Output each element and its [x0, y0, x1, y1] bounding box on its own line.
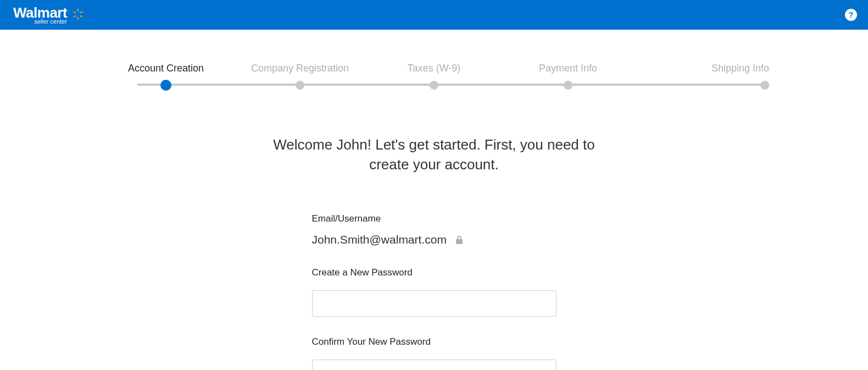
walmart-spark-icon [70, 7, 86, 22]
confirm-password-group: Confirm Your New Password [312, 336, 557, 370]
email-label: Email/Username [312, 213, 557, 224]
step-label: Account Creation [128, 63, 204, 74]
step-account-creation[interactable]: Account Creation [99, 63, 233, 91]
confirm-password-input[interactable] [312, 360, 557, 370]
step-label: Payment Info [539, 63, 597, 74]
step-dot [160, 80, 171, 91]
step-company-registration[interactable]: Company Registration [233, 63, 367, 91]
brand-sub: seller center [13, 19, 67, 25]
password-group: Create a New Password [312, 267, 557, 317]
help-icon[interactable]: ? [845, 9, 857, 21]
main-content: Account Creation Company Registration Ta… [0, 30, 868, 370]
step-label: Company Registration [251, 63, 349, 74]
step-dot [430, 81, 438, 90]
step-label: Taxes (W-9) [408, 63, 461, 74]
welcome-heading: Welcome John! Let's get started. First, … [264, 135, 604, 175]
email-value: John.Smith@walmart.com [312, 233, 447, 246]
password-input[interactable] [312, 290, 557, 317]
step-shipping-info[interactable]: Shipping Info [635, 63, 769, 91]
top-header: Walmart seller center ? [0, 0, 868, 30]
confirm-password-label: Confirm Your New Password [312, 336, 557, 347]
step-payment-info[interactable]: Payment Info [501, 63, 635, 91]
email-group: Email/Username John.Smith@walmart.com [312, 213, 557, 246]
password-label: Create a New Password [312, 267, 557, 278]
step-label: Shipping Info [711, 63, 769, 74]
step-dot [564, 81, 572, 90]
account-form: Email/Username John.Smith@walmart.com Cr… [312, 213, 557, 370]
email-readonly: John.Smith@walmart.com [312, 233, 557, 246]
step-dot [296, 81, 304, 90]
brand-main: Walmart [13, 5, 67, 20]
lock-icon [455, 235, 463, 244]
step-taxes[interactable]: Taxes (W-9) [367, 63, 501, 91]
step-dot [760, 81, 769, 90]
brand-text: Walmart seller center [13, 5, 67, 25]
progress-stepper: Account Creation Company Registration Ta… [99, 63, 769, 91]
brand-logo: Walmart seller center [13, 5, 86, 25]
